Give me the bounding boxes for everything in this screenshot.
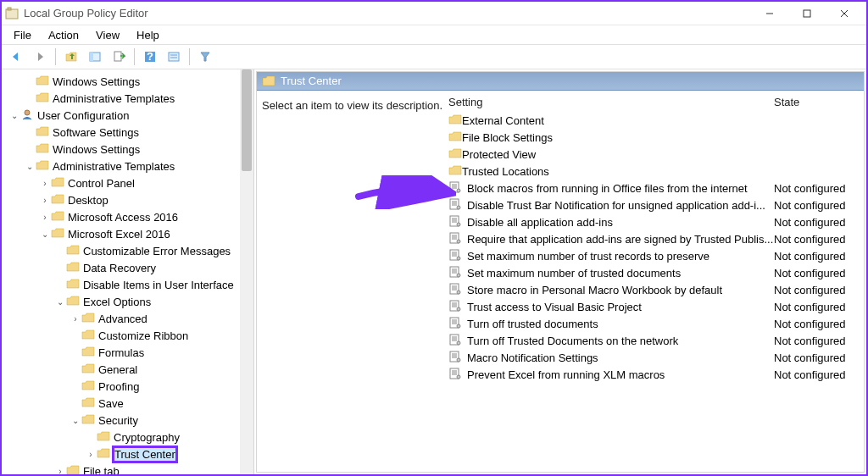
tree-node[interactable]: ⌄Microsoft Excel 2016	[2, 225, 253, 242]
scrollbar-thumb[interactable]	[242, 69, 252, 171]
tree-node[interactable]: Formulas	[2, 344, 253, 361]
up-button[interactable]	[60, 47, 82, 67]
tree-label: General	[98, 363, 137, 376]
tree-node[interactable]: Customize Ribbon	[2, 327, 253, 344]
collapse-icon[interactable]: ⌄	[54, 297, 66, 307]
tree-node[interactable]: ⌄Administrative Templates	[2, 158, 253, 174]
tree-node[interactable]: Administrative Templates	[2, 90, 253, 107]
tree-node[interactable]: ⌄User Configuration	[2, 107, 253, 124]
menu-help[interactable]: Help	[130, 27, 166, 43]
folder-icon	[81, 329, 98, 343]
tree-node[interactable]: General	[2, 361, 253, 378]
expand-icon[interactable]: ›	[39, 213, 51, 222]
list-item[interactable]: File Block Settings	[448, 129, 859, 146]
menu-view[interactable]: View	[89, 27, 126, 43]
tree-node[interactable]: Windows Settings	[2, 141, 253, 158]
expand-icon[interactable]: ›	[85, 450, 97, 459]
menu-action[interactable]: Action	[42, 27, 86, 43]
export-button[interactable]	[108, 47, 130, 67]
column-headers[interactable]: Setting State	[448, 96, 859, 112]
tree-node[interactable]: Data Recovery	[2, 259, 253, 276]
close-button[interactable]	[826, 2, 863, 25]
tree-node[interactable]: Proofing	[2, 378, 253, 395]
folder-icon	[81, 379, 98, 394]
tree-label: Save	[98, 397, 124, 410]
tree-label: Disable Items in User Interface	[83, 279, 234, 291]
menubar: File Action View Help	[2, 25, 866, 44]
tree-node[interactable]: Save	[2, 395, 253, 412]
list-item[interactable]: Block macros from running in Office file…	[448, 180, 859, 196]
tree-node[interactable]: ⌄Excel Options	[2, 293, 253, 310]
details-header: Trust Center	[257, 72, 864, 91]
list-item[interactable]: Turn off Trusted Documents on the networ…	[448, 332, 859, 349]
tree-node[interactable]: ›Desktop	[2, 191, 253, 208]
filter-button[interactable]	[194, 47, 216, 67]
tree-node[interactable]: ⌄Security	[2, 412, 253, 429]
tree-node[interactable]: ›File tab	[2, 462, 253, 474]
folder-icon	[448, 113, 462, 128]
column-state[interactable]: State	[774, 96, 859, 108]
list-item[interactable]: Disable all application add-insNot confi…	[448, 213, 859, 230]
collapse-icon[interactable]: ⌄	[70, 416, 81, 425]
back-button[interactable]	[5, 47, 27, 67]
collapse-icon[interactable]: ⌄	[39, 230, 51, 239]
list-item[interactable]: External Content	[448, 112, 859, 129]
list-item[interactable]: Trust access to Visual Basic ProjectNot …	[448, 298, 859, 315]
tree-node[interactable]: ›Control Panel	[2, 174, 253, 191]
collapse-icon[interactable]: ⌄	[24, 162, 36, 171]
tree-node[interactable]: ›Microsoft Access 2016	[2, 208, 253, 225]
setting-name: Store macro in Personal Macro Workbook b…	[467, 284, 774, 296]
expand-icon[interactable]: ›	[39, 196, 51, 205]
setting-name: Protected View	[462, 148, 774, 161]
list-item[interactable]: Macro Notification SettingsNot configure…	[448, 349, 859, 366]
tree-label: Administrative Templates	[53, 92, 175, 105]
svg-point-39	[457, 257, 460, 260]
navigation-tree[interactable]: Windows SettingsAdministrative Templates…	[2, 69, 254, 474]
setting-icon	[448, 232, 467, 246]
tree-label: Microsoft Access 2016	[68, 211, 178, 224]
tree-node[interactable]: Customizable Error Messages	[2, 242, 253, 259]
help-button[interactable]: ?	[139, 47, 161, 67]
tree-label: Data Recovery	[83, 262, 156, 274]
list-item[interactable]: Trusted Locations	[448, 163, 859, 180]
folder-icon	[36, 159, 53, 174]
list-item[interactable]: Set maximum number of trust records to p…	[448, 247, 859, 264]
list-item[interactable]: Prevent Excel from running XLM macrosNot…	[448, 366, 859, 383]
collapse-icon[interactable]: ⌄	[8, 111, 20, 120]
properties-button[interactable]	[163, 47, 185, 67]
tree-node[interactable]: Software Settings	[2, 124, 253, 141]
folder-icon	[36, 75, 53, 89]
tree-node[interactable]: Cryptography	[2, 429, 253, 446]
menu-file[interactable]: File	[7, 27, 38, 43]
minimize-button[interactable]	[751, 2, 788, 25]
setting-name: Prevent Excel from running XLM macros	[467, 368, 774, 381]
tree-label: Desktop	[68, 194, 108, 207]
list-item[interactable]: Disable Trust Bar Notification for unsig…	[448, 196, 859, 213]
maximize-button[interactable]	[788, 2, 826, 25]
setting-name: Trusted Locations	[462, 165, 774, 178]
expand-icon[interactable]: ›	[39, 179, 51, 188]
tree-node[interactable]: Windows Settings	[2, 73, 253, 90]
show-hide-tree-button[interactable]	[84, 47, 106, 67]
tree-node[interactable]: Disable Items in User Interface	[2, 276, 253, 293]
column-setting[interactable]: Setting	[448, 96, 774, 108]
expand-icon[interactable]: ›	[54, 467, 66, 475]
expand-icon[interactable]: ›	[70, 314, 81, 324]
setting-name: File Block Settings	[462, 131, 774, 144]
tree-scrollbar[interactable]	[240, 69, 253, 474]
svg-point-44	[457, 274, 460, 277]
forward-button[interactable]	[29, 47, 51, 67]
list-item[interactable]: Require that application add-ins are sig…	[448, 230, 859, 247]
list-item[interactable]: Turn off trusted documentsNot configured	[448, 315, 859, 332]
list-item[interactable]: Set maximum number of trusted documentsN…	[448, 264, 859, 281]
details-body: Select an item to view its description. …	[257, 91, 864, 472]
list-item[interactable]: Protected View	[448, 146, 859, 163]
setting-state: Not configured	[774, 351, 859, 364]
tree-node[interactable]: ›Trust Center	[2, 446, 253, 462]
tree-label: Customize Ribbon	[98, 329, 188, 342]
tree-node[interactable]: ›Advanced	[2, 310, 253, 327]
setting-state: Not configured	[774, 233, 859, 246]
list-item[interactable]: Store macro in Personal Macro Workbook b…	[448, 281, 859, 298]
tree-label: Proofing	[98, 380, 139, 393]
setting-state: Not configured	[774, 216, 859, 229]
